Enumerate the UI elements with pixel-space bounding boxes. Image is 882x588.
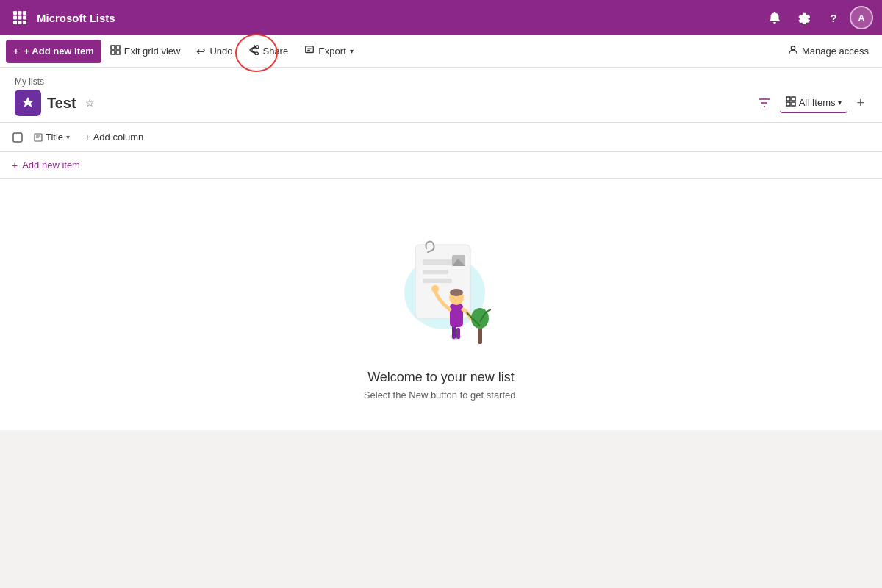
svg-rect-12	[116, 51, 120, 54]
app-title: Microsoft Lists	[37, 12, 756, 24]
view-selector[interactable]: All Items ▾	[780, 93, 848, 113]
svg-rect-1	[18, 11, 22, 15]
breadcrumb-text[interactable]: My lists	[15, 76, 44, 87]
add-row-button[interactable]: + Add new item	[6, 159, 86, 171]
svg-rect-6	[13, 21, 17, 24]
plus-icon: +	[13, 46, 19, 57]
add-column-button[interactable]: + Add column	[80, 129, 148, 146]
list-name: Test	[47, 95, 76, 112]
svg-rect-3	[13, 16, 17, 20]
empty-state-subtitle: Select the New button to get started.	[364, 390, 518, 401]
svg-rect-25	[423, 279, 452, 283]
view-label: All Items	[799, 97, 836, 108]
add-row-label: Add new item	[22, 159, 80, 171]
undo-label: Undo	[209, 46, 232, 57]
title-column-header[interactable]: Title ▾	[29, 129, 74, 146]
list-icon	[15, 90, 41, 116]
export-chevron-icon: ▾	[350, 47, 354, 55]
add-row-icon: +	[12, 159, 18, 171]
list-title-right: All Items ▾ +	[755, 93, 867, 114]
svg-rect-29	[452, 326, 456, 339]
svg-point-14	[791, 46, 795, 50]
grid-data-row: + Add new item	[0, 152, 882, 179]
svg-rect-5	[23, 16, 26, 20]
svg-point-33	[450, 289, 463, 296]
add-view-icon: +	[856, 96, 864, 111]
export-label: Export	[318, 46, 346, 57]
svg-rect-24	[423, 270, 448, 274]
top-nav: Microsoft Lists ? A	[0, 0, 882, 35]
svg-rect-2	[23, 11, 26, 15]
svg-rect-0	[13, 11, 17, 15]
list-title-left: Test ☆	[15, 90, 95, 116]
nav-right-icons: ? A	[761, 4, 873, 31]
svg-rect-7	[18, 21, 22, 24]
share-button[interactable]: Share	[241, 40, 295, 63]
undo-button[interactable]: ↩ Undo	[189, 40, 240, 63]
svg-rect-18	[792, 102, 795, 106]
manage-access-label: Manage access	[802, 46, 869, 57]
svg-rect-8	[23, 21, 26, 24]
app-grid-icon[interactable]	[9, 7, 31, 29]
settings-icon-btn[interactable]	[791, 4, 817, 31]
svg-point-34	[431, 285, 439, 293]
grid-area: Title ▾ + Add column + Add new item	[0, 123, 882, 179]
empty-illustration	[382, 223, 500, 355]
svg-rect-17	[786, 102, 790, 106]
checkbox-col	[6, 132, 29, 143]
undo-icon: ↩	[196, 45, 206, 58]
svg-rect-11	[111, 51, 115, 54]
title-col-label: Title	[46, 132, 63, 143]
list-title-row: Test ☆ All Items ▾ +	[15, 90, 867, 122]
star-icon[interactable]: ☆	[85, 97, 95, 109]
svg-rect-4	[18, 16, 22, 20]
share-icon	[248, 45, 259, 57]
add-col-icon: +	[85, 132, 90, 143]
filter-button[interactable]	[755, 93, 774, 112]
add-new-item-button[interactable]: + + Add new item	[6, 40, 101, 63]
view-chevron-icon: ▾	[838, 98, 842, 107]
export-icon	[304, 45, 315, 57]
avatar[interactable]: A	[850, 6, 873, 29]
exit-grid-view-button[interactable]: Exit grid view	[103, 40, 188, 63]
grid-header-row: Title ▾ + Add column	[0, 123, 882, 152]
exit-grid-icon	[110, 45, 121, 57]
svg-rect-30	[456, 328, 460, 339]
share-button-wrapper: Share	[241, 40, 295, 63]
title-col-chevron: ▾	[66, 133, 70, 141]
empty-state-title: Welcome to your new list	[368, 370, 514, 385]
svg-rect-19	[13, 133, 22, 142]
manage-access-button[interactable]: Manage access	[781, 40, 876, 63]
breadcrumb: My lists	[15, 76, 867, 87]
empty-state: Welcome to your new list Select the New …	[0, 179, 882, 430]
svg-rect-31	[450, 304, 463, 327]
share-label: Share	[262, 46, 288, 57]
manage-access-icon	[788, 45, 798, 57]
toolbar: + + Add new item Exit grid view ↩ Undo S…	[0, 35, 882, 68]
export-button[interactable]: Export ▾	[297, 40, 361, 63]
svg-rect-9	[111, 46, 115, 49]
add-col-label: Add column	[93, 132, 144, 143]
list-header: My lists Test ☆	[0, 68, 882, 123]
notification-icon-btn[interactable]	[761, 4, 788, 31]
svg-rect-16	[792, 97, 795, 101]
add-new-label: + Add new item	[24, 46, 94, 57]
svg-rect-13	[306, 46, 314, 53]
view-list-icon	[786, 96, 796, 109]
exit-grid-label: Exit grid view	[124, 46, 181, 57]
svg-rect-23	[423, 259, 456, 265]
svg-rect-10	[116, 46, 120, 49]
add-view-button[interactable]: +	[853, 93, 867, 114]
help-icon-btn[interactable]: ?	[820, 4, 847, 31]
svg-rect-15	[786, 97, 790, 101]
